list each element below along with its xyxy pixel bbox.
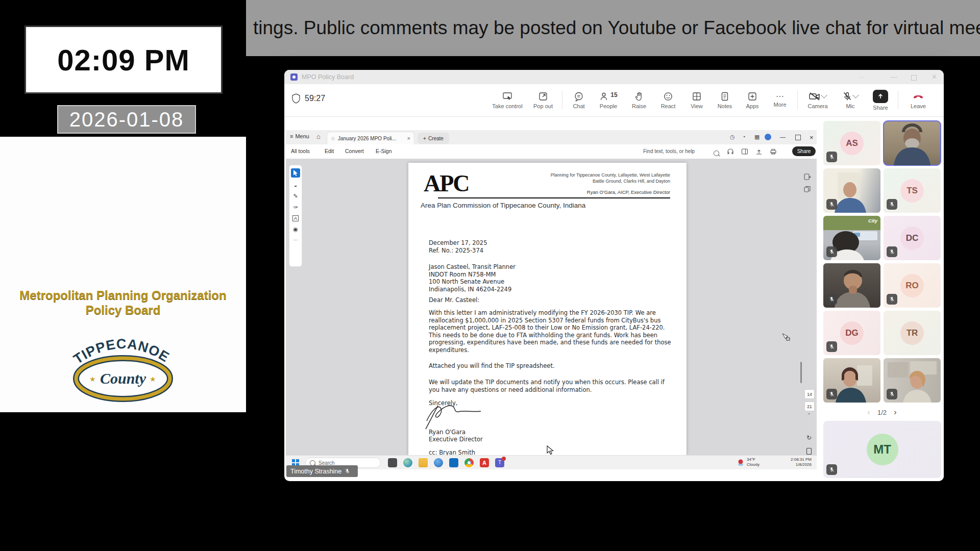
participant-tile[interactable] (823, 263, 880, 308)
taskbar-clock[interactable]: 2:08:31 PM 1/8/2026 (785, 457, 812, 468)
mic-muted-badge (887, 199, 897, 210)
ticker-text: tings. Public comments may be posted on … (253, 17, 980, 39)
taskbar-app-recorder[interactable] (388, 458, 397, 467)
export-panel-icon[interactable] (803, 173, 811, 181)
participant-tile[interactable]: DC (884, 216, 941, 260)
page-up-chevron[interactable]: ˆ (804, 413, 814, 419)
comment-tool-icon[interactable]: ◒ (294, 182, 298, 188)
gallery-prev-icon[interactable]: ‹ (867, 407, 870, 417)
refresh-icon[interactable]: ↻ (804, 434, 814, 441)
history-clock-icon[interactable]: ◷ (730, 134, 735, 140)
share-icon (873, 90, 888, 103)
leave-button[interactable]: Leave (901, 87, 935, 113)
pencil-tool-icon[interactable]: ✎ (293, 193, 298, 199)
account-avatar[interactable] (765, 134, 771, 140)
participant-tile[interactable] (884, 358, 941, 403)
page-fit-icon[interactable] (805, 447, 813, 455)
upload-cloud-icon[interactable] (755, 148, 763, 155)
taskbar-app-acrobat[interactable]: A (480, 458, 489, 467)
rail-more-icon[interactable]: ··· (293, 237, 298, 242)
participant-initials: RO (900, 274, 924, 297)
notes-button[interactable]: Notes (710, 87, 739, 113)
esign-menu[interactable]: E-Sign (376, 148, 392, 154)
search-icon[interactable] (714, 149, 719, 158)
people-button[interactable]: 15 People (592, 87, 625, 113)
toolbar-divider (562, 91, 562, 109)
view-button[interactable]: View (683, 87, 710, 113)
printer-icon[interactable] (770, 148, 777, 155)
acrobat-menu-button[interactable]: ≡ Menu (290, 133, 309, 139)
letterhead-org: Area Plan Commission of Tippecanoe Count… (421, 202, 585, 209)
highlight-tool-icon[interactable]: ✑ (293, 204, 298, 211)
star-icon[interactable]: ☆ (331, 136, 335, 141)
page-nav-value-b[interactable]: 21 (804, 402, 815, 411)
home-icon[interactable]: ⌂ (316, 133, 321, 140)
letter-addressee: Jason Casteel, Transit Planner INDOT Roo… (429, 263, 674, 293)
stamp-tool-icon[interactable]: ◉ (293, 226, 298, 233)
toolbar-divider (898, 91, 898, 109)
document-tab[interactable]: ☆ January 2026 MPO Poli... × (327, 132, 414, 144)
react-button[interactable]: React (653, 87, 683, 113)
taskbar-app-outlook[interactable] (449, 458, 458, 467)
headset-icon[interactable] (727, 148, 734, 155)
camera-button[interactable]: Camera (801, 87, 835, 113)
participant-tile[interactable]: TR (884, 311, 941, 355)
mic-options-chevron[interactable] (852, 92, 859, 98)
apps-button[interactable]: Apps (739, 87, 766, 113)
convert-menu[interactable]: Convert (345, 148, 364, 154)
apps-grid-icon[interactable]: ▦ (754, 134, 760, 140)
raise-hand-button[interactable]: Raise (625, 87, 653, 113)
acrobat-titlebar: ≡ Menu ⌂ ☆ January 2026 MPO Poli... × + … (286, 130, 817, 144)
taskbar-app-chrome[interactable] (464, 458, 474, 467)
participant-tile[interactable]: RO (884, 263, 941, 308)
taskbar-app-blue[interactable] (434, 458, 443, 467)
share-button[interactable]: Share (866, 87, 895, 113)
tab-close-icon[interactable]: × (407, 135, 410, 141)
participant-tile[interactable] (823, 358, 880, 403)
acrobat-close-icon[interactable]: × (810, 134, 814, 141)
participant-tile[interactable]: MT (823, 421, 941, 478)
acrobat-share-button[interactable]: Share (792, 146, 816, 156)
mic-muted-badge (826, 341, 837, 352)
presenter-name-tag: Timothy Strashine (286, 465, 358, 477)
copy-panel-icon[interactable] (803, 185, 811, 193)
window-maximize-icon[interactable] (911, 75, 917, 81)
window-close-icon[interactable]: ✕ (932, 73, 937, 81)
notifications-bell-icon[interactable]: ◔ (742, 134, 746, 140)
acrobat-maximize-icon[interactable] (795, 135, 801, 140)
raise-hand-icon (634, 91, 644, 102)
window-minimize-icon[interactable]: — (891, 73, 897, 81)
find-text-label[interactable]: Find text, tools, or help (643, 148, 695, 154)
shield-icon (291, 93, 301, 104)
participant-tile-active-speaker[interactable] (884, 121, 941, 165)
letterhead-director: Ryan O'Gara, AICP, Executive Director (587, 189, 670, 195)
acrobat-minimize-icon[interactable]: — (780, 134, 786, 140)
participant-tile[interactable]: AS (823, 121, 880, 165)
text-box-tool-icon[interactable]: A (292, 215, 299, 221)
page-nav-value-a[interactable]: 14 (804, 389, 815, 399)
participant-tile[interactable]: DG (823, 311, 880, 355)
gallery-next-icon[interactable]: › (894, 407, 897, 417)
pop-out-button[interactable]: Pop out (527, 87, 559, 113)
side-panel-icon[interactable] (741, 148, 748, 155)
participant-tile[interactable]: City (823, 216, 880, 260)
edit-menu[interactable]: Edit (325, 148, 334, 154)
taskbar-app-edge[interactable] (403, 458, 412, 467)
clock-box: 02:09 PM (24, 26, 223, 94)
taskbar-app-teams[interactable]: T (495, 458, 504, 467)
taskbar-weather[interactable]: 34°F Cloudy (737, 457, 760, 468)
take-control-button[interactable]: Take control (487, 87, 527, 113)
taskbar-app-explorer[interactable] (419, 458, 428, 467)
camera-options-chevron[interactable] (821, 92, 827, 98)
chat-button[interactable]: Chat (566, 87, 592, 113)
create-tab-button[interactable]: + Create (418, 133, 449, 144)
all-tools-menu[interactable]: All tools (291, 148, 310, 154)
mic-button[interactable]: Mic (835, 87, 866, 113)
select-tool[interactable] (291, 168, 300, 178)
participant-tile[interactable] (823, 168, 880, 213)
logo-county-text: County (100, 370, 146, 387)
window-more-icon[interactable]: ··· (858, 73, 865, 81)
more-button[interactable]: ··· More (766, 87, 794, 113)
document-scrollbar[interactable] (800, 362, 802, 383)
participant-tile[interactable]: TS (884, 168, 941, 213)
